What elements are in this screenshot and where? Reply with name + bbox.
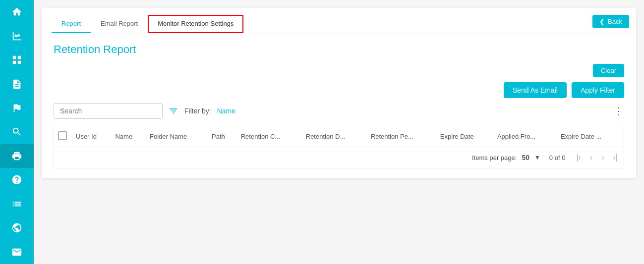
tab-monitor-retention[interactable]: Monitor Retention Settings (148, 15, 243, 33)
actions-top-row: Clear (54, 64, 624, 77)
sidebar-grid[interactable] (0, 48, 34, 72)
more-options-button[interactable]: ⋮ (614, 105, 624, 117)
send-email-button[interactable]: Send As Email (504, 82, 567, 98)
report-body: Retention Report Clear Send As Email App… (42, 33, 636, 178)
sidebar-chart[interactable] (0, 24, 34, 48)
search-input[interactable] (54, 103, 163, 119)
report-title: Retention Report (54, 43, 624, 56)
sidebar-print[interactable] (0, 144, 34, 168)
card: ❮ Back Report Email Report Monitor Reten… (42, 8, 636, 178)
col-folder-name: Folder Name (146, 126, 208, 147)
apply-filter-button[interactable]: Apply Filter (572, 82, 624, 98)
data-table: User Id Name Folder Name Path (54, 126, 624, 147)
sidebar-tools[interactable] (0, 120, 34, 144)
back-button[interactable]: ❮ Back (592, 15, 629, 28)
first-page-button[interactable]: |‹ (574, 152, 583, 163)
next-page-button[interactable]: › (599, 152, 606, 163)
col-applied-fro: Applied Fro... (493, 126, 557, 147)
select-all-checkbox[interactable] (58, 131, 67, 140)
sidebar (0, 0, 34, 264)
actions-buttons-row: Send As Email Apply Filter (54, 82, 624, 98)
col-retention-pe: Retention Pe... (367, 126, 436, 147)
filter-by-label: Filter by: (184, 107, 211, 115)
tab-email-report[interactable]: Email Report (91, 15, 148, 33)
sidebar-flag[interactable] (0, 96, 34, 120)
sidebar-document[interactable] (0, 72, 34, 96)
sidebar-globe[interactable] (0, 216, 34, 240)
col-name: Name (111, 126, 146, 147)
filter-value[interactable]: Name (217, 107, 235, 115)
col-path: Path (208, 126, 237, 147)
last-page-button[interactable]: ›| (611, 152, 620, 163)
prev-page-button[interactable]: ‹ (588, 152, 594, 163)
filter-icon[interactable] (169, 106, 178, 116)
clear-button[interactable]: Clear (593, 64, 624, 77)
col-retention-d: Retention D... (302, 126, 367, 147)
per-page-dropdown[interactable]: ▼ (534, 154, 540, 161)
back-label: Back (608, 18, 622, 25)
sidebar-mail[interactable] (0, 240, 34, 264)
main-content: ❮ Back Report Email Report Monitor Reten… (34, 0, 644, 264)
col-user-id: User Id (72, 126, 111, 147)
table-wrapper: User Id Name Folder Name Path (54, 126, 624, 168)
col-retention-c: Retention C... (237, 126, 302, 147)
col-expire-date: Expire Date (436, 126, 493, 147)
col-expire-date-2: Expire Date ... (557, 126, 624, 147)
tab-report[interactable]: Report (52, 15, 91, 33)
filter-row: Filter by: Name ⋮ (54, 103, 624, 119)
page-info: 0 of 0 (549, 154, 566, 161)
back-chevron-icon: ❮ (599, 18, 605, 25)
pagination-row: Items per page: 50 ▼ 0 of 0 |‹ ‹ › ›| (54, 147, 624, 168)
sidebar-home[interactable] (0, 0, 34, 24)
tabs-container: Report Email Report Monitor Retention Se… (42, 8, 636, 33)
sidebar-list[interactable] (0, 192, 34, 216)
items-per-page-value: 50 (522, 154, 529, 161)
table-header-row: User Id Name Folder Name Path (54, 126, 624, 147)
checkbox-header (54, 126, 72, 147)
items-per-page-label: Items per page: (472, 154, 517, 161)
sidebar-help[interactable] (0, 168, 34, 192)
